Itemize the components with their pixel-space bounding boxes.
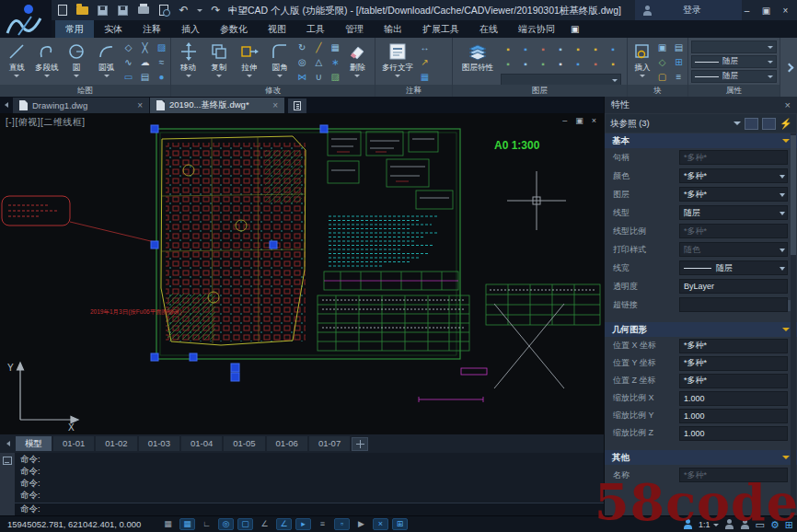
scale-x-field[interactable]: 1.000 <box>679 391 788 406</box>
pos-x-field[interactable]: *多种* <box>679 339 788 353</box>
mdi-minimize-icon[interactable]: – <box>562 115 567 126</box>
pos-z-field[interactable]: *多种* <box>679 374 788 388</box>
explode-icon[interactable]: ∗ <box>329 56 342 69</box>
polyline-button[interactable]: 多段线 <box>32 40 63 85</box>
layer-off-icon[interactable]: ▪ <box>501 43 515 56</box>
tab-close-icon[interactable]: × <box>272 101 278 110</box>
section-other[interactable]: 其他 <box>605 450 797 465</box>
scrollbar-thumb[interactable] <box>791 135 796 255</box>
layer-color-icon[interactable]: ▪ <box>588 58 603 71</box>
mtext-button[interactable]: 多行文字 <box>377 40 418 85</box>
close-button[interactable]: × <box>778 4 793 17</box>
rotate-icon[interactable]: ↻ <box>295 41 309 54</box>
tab-close-icon[interactable]: × <box>137 101 143 110</box>
restore-button[interactable]: ▣ <box>758 4 774 17</box>
ribbon-tab-cloud[interactable]: 端云协同 <box>508 20 565 38</box>
annotation-monitor-toggle[interactable]: × <box>373 518 388 530</box>
undo-icon[interactable]: ↶ <box>177 4 191 17</box>
scale-icon[interactable]: △ <box>312 56 326 69</box>
select-objects-icon[interactable] <box>762 118 776 130</box>
wipeout-icon[interactable]: ≈ <box>155 56 168 69</box>
save-icon[interactable] <box>96 4 110 17</box>
revision-cloud-icon[interactable]: ☁ <box>138 56 152 69</box>
line-button[interactable]: 直线 <box>2 40 32 85</box>
scale-z-field[interactable]: 1.000 <box>679 426 788 441</box>
scale-y-field[interactable]: 1.000 <box>679 409 788 423</box>
hyperlink-field[interactable] <box>679 297 788 312</box>
new-drawing-button[interactable] <box>288 98 306 113</box>
section-geometry[interactable]: 几何图形 <box>605 322 797 337</box>
linetype-control[interactable]: 随层 <box>691 55 777 68</box>
doc-tab-current[interactable]: 20190...基终版.dwg* × <box>150 98 284 113</box>
circle-button[interactable]: 圆 <box>62 40 92 85</box>
layer-on-all-icon[interactable]: ▪ <box>501 58 515 71</box>
layout-tab-01-07[interactable]: 01-07 <box>309 436 350 451</box>
viewport-controls[interactable]: [-][俯视][二维线框] <box>6 116 86 129</box>
region-icon[interactable]: ▤ <box>138 71 152 84</box>
panel-label-modify[interactable]: 修改 <box>171 85 375 97</box>
dynamic-ucs-toggle[interactable]: ▸ <box>295 518 311 530</box>
polar-toggle[interactable]: ∠ <box>257 518 272 530</box>
dynamic-input-toggle[interactable]: ∠ <box>276 518 292 530</box>
lineweight-control[interactable]: 随层 <box>691 70 777 83</box>
layer-freeze-icon[interactable]: ▪ <box>536 43 550 56</box>
section-basic[interactable]: 基本 <box>605 133 797 148</box>
offset-icon[interactable]: ◎ <box>295 56 309 69</box>
ribbon-tab-solid[interactable]: 实体 <box>94 20 133 38</box>
trim-icon[interactable]: ╱ <box>312 41 326 54</box>
layer-properties-button[interactable]: 图层特性 <box>455 40 501 85</box>
ribbon-expand-icon[interactable] <box>780 38 797 97</box>
transparency-field[interactable]: ByLayer <box>679 279 788 294</box>
fillet-button[interactable]: 圆角 <box>265 40 295 85</box>
selection-type-dropdown[interactable]: 块参照 (3) ⚡ <box>606 114 796 133</box>
attach-icon[interactable]: ⊞ <box>672 56 686 69</box>
mirror-icon[interactable]: ⋈ <box>295 71 309 84</box>
ltscale-field[interactable]: *多种* <box>679 224 788 238</box>
layer-walk-icon[interactable]: ▪ <box>606 43 620 56</box>
ribbon-tab-manage[interactable]: 管理 <box>335 20 374 38</box>
scrollbar[interactable] <box>791 133 796 513</box>
layer-merge-icon[interactable]: ▪ <box>553 58 568 71</box>
layout-tab-01-03[interactable]: 01-03 <box>139 436 179 451</box>
polygon-icon[interactable]: ◇ <box>121 41 135 54</box>
ribbon-toggle-icon[interactable]: ▣ <box>571 20 579 38</box>
layer-delete-icon[interactable]: ▪ <box>571 58 585 71</box>
panel-label-properties[interactable]: 属性 <box>688 85 780 97</box>
stretch-button[interactable]: 拉伸 <box>234 40 264 85</box>
minimize-button[interactable]: – <box>739 4 755 17</box>
table-icon[interactable]: ▦ <box>418 71 432 84</box>
leader-icon[interactable]: ↗ <box>418 56 432 69</box>
properties-close-icon[interactable]: × <box>785 99 791 110</box>
point-icon[interactable]: ● <box>155 71 168 84</box>
layout-tab-01-02[interactable]: 01-02 <box>96 436 136 451</box>
transparency-toggle[interactable]: ▫ <box>334 518 350 530</box>
attributes-icon[interactable]: ≡ <box>672 71 686 84</box>
pickadd-toggle-icon[interactable]: ⚡ <box>780 118 791 130</box>
edit-block-icon[interactable]: ◇ <box>655 56 669 69</box>
open-folder-icon[interactable] <box>75 4 89 17</box>
layout-tab-model[interactable]: 模型 <box>16 436 52 451</box>
lineweight-toggle[interactable]: ≡ <box>315 518 330 530</box>
annotation-visibility-icon[interactable] <box>724 519 734 530</box>
tab-list-icon[interactable] <box>0 97 13 113</box>
write-block-icon[interactable]: ▢ <box>655 71 669 84</box>
annotation-scale-dropdown[interactable]: 1:1 <box>699 520 719 529</box>
annotation-auto-scale-icon[interactable] <box>740 519 750 530</box>
plot-icon[interactable] <box>136 4 150 17</box>
layer-match-icon[interactable]: ▪ <box>571 43 585 56</box>
command-line-icon[interactable] <box>3 457 12 465</box>
ribbon-tab-insert[interactable]: 插入 <box>171 20 210 38</box>
quick-select-icon[interactable] <box>745 118 758 130</box>
linetype-field[interactable]: 随层 <box>679 205 788 220</box>
save-as-icon[interactable] <box>116 4 130 17</box>
color-field[interactable]: *多种* <box>679 168 788 183</box>
command-input[interactable]: 命令: <box>15 503 604 515</box>
new-layout-button[interactable] <box>352 437 368 451</box>
osnap-toggle[interactable]: ◎ <box>218 518 234 530</box>
layer-isolate-icon[interactable]: ▪ <box>518 43 533 56</box>
copy-button[interactable]: 复制 <box>203 40 234 85</box>
fullscreen-icon[interactable]: ⊞ <box>785 518 793 531</box>
layer-unlock-all-icon[interactable]: ▪ <box>536 58 550 71</box>
layer-thaw-all-icon[interactable]: ▪ <box>518 58 533 71</box>
ribbon-tab-express[interactable]: 扩展工具 <box>412 20 469 38</box>
